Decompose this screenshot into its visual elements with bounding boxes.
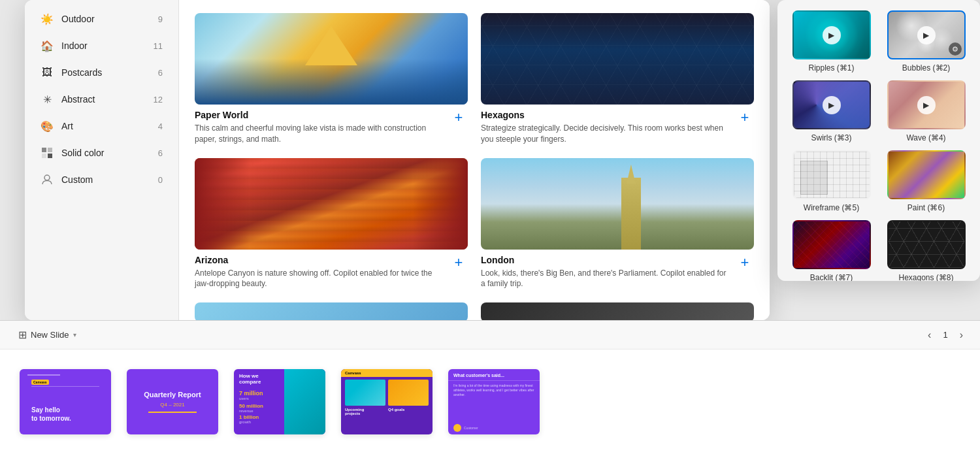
screensaver-item-wireframe[interactable]: Wireframe (⌘5) [788, 150, 875, 212]
wallpaper-title-paper-world: Paper World [195, 110, 444, 120]
sidebar-label-abstract: Abstract [61, 94, 144, 105]
wallpaper-desc-paper-world: This calm and cheerful moving lake vista… [195, 123, 444, 145]
new-slide-chevron-icon: ▾ [73, 331, 76, 338]
wallpaper-desc-london: Look, kids, there's Big Ben, and there's… [481, 268, 730, 290]
art-icon: 🎨 [41, 120, 54, 133]
wallpaper-info-hexagons: Hexagons Strategize strategically. Decid… [481, 110, 754, 145]
slide-thumb-3[interactable]: How wecompare 7 million users 50 million… [234, 369, 325, 434]
wallpaper-image-hexagons[interactable] [481, 13, 754, 105]
add-button-hexagons[interactable]: + [736, 108, 754, 127]
wallpaper-info-paper-world: Paper World This calm and cheerful movin… [195, 110, 468, 145]
indoor-icon: 🏠 [41, 39, 54, 52]
wallpaper-title-london: London [481, 255, 730, 265]
gear-icon-bubbles[interactable]: ⚙ [949, 42, 962, 56]
wallpaper-desc-hexagons: Strategize strategically. Decide decisiv… [481, 123, 730, 145]
sidebar-count-indoor: 11 [152, 41, 163, 51]
play-icon-wave: ▶ [917, 96, 936, 114]
add-button-arizona[interactable]: + [449, 253, 468, 272]
solid-color-icon [41, 146, 54, 159]
slide5-footer: Customer [448, 421, 540, 434]
sidebar-label-indoor: Indoor [61, 41, 144, 51]
sidebar-label-outdoor: Outdoor [61, 14, 144, 24]
play-icon-ripples: ▶ [823, 26, 841, 44]
screensaver-item-bubbles[interactable]: ▶ ⚙ Bubbles (⌘2) [883, 10, 970, 73]
sidebar-count-custom: 0 [152, 175, 163, 185]
sidebar-item-abstract[interactable]: ✳ Abstract 12 [29, 86, 174, 112]
screensaver-item-paint[interactable]: Paint (⌘6) [883, 150, 970, 212]
sidebar-count-abstract: 12 [152, 95, 163, 105]
new-slide-plus-icon: ⊞ [18, 329, 27, 341]
sidebar-item-outdoor[interactable]: ☀️ Outdoor 9 [29, 6, 174, 32]
svg-rect-2 [42, 154, 46, 158]
screensaver-item-hexagons[interactable]: Hexagons (⌘8) [883, 220, 970, 281]
screensaver-thumb-backlit[interactable] [792, 220, 871, 269]
sidebar-item-custom[interactable]: Custom 0 [29, 167, 174, 193]
slide-thumb-2[interactable]: Quarterly Report Q4 – 2021 [127, 369, 218, 434]
slide-thumb-5[interactable]: What customer's said... I'm living a lot… [448, 369, 540, 434]
screensaver-thumb-ripples[interactable]: ▶ [792, 10, 871, 59]
wallpaper-card-london: London Look, kids, there's Big Ben, and … [481, 158, 754, 290]
svg-rect-1 [48, 148, 52, 152]
screensaver-item-wave[interactable]: ▶ Wave (⌘4) [883, 80, 970, 142]
screensaver-item-backlit[interactable]: Backlit (⌘7) [788, 220, 875, 281]
screensaver-thumb-wireframe[interactable] [792, 150, 871, 199]
wallpaper-text-paper-world: Paper World This calm and cheerful movin… [195, 110, 444, 145]
screensaver-label-bubbles: Bubbles (⌘2) [902, 63, 950, 73]
sidebar-item-indoor[interactable]: 🏠 Indoor 11 [29, 33, 174, 59]
wallpaper-image-london[interactable] [481, 158, 754, 250]
wallpaper-text-london: London Look, kids, there's Big Ben, and … [481, 255, 730, 290]
sidebar-label-postcards: Postcards [61, 67, 144, 78]
svg-rect-3 [48, 154, 52, 158]
add-button-paper-world[interactable]: + [449, 108, 468, 127]
wallpaper-image-extra1[interactable] [195, 302, 468, 320]
wallpaper-image-arizona[interactable] [195, 158, 468, 250]
page-next-button[interactable]: › [956, 328, 967, 342]
screensaver-thumb-hexagons[interactable] [887, 220, 966, 269]
sidebar-label-custom: Custom [61, 174, 144, 185]
sidebar-count-outdoor: 9 [152, 14, 163, 24]
screensaver-thumb-bubbles[interactable]: ▶ ⚙ [887, 10, 966, 59]
screensaver-thumb-wave[interactable]: ▶ [887, 80, 966, 129]
screensaver-grid: ▶ Ripples (⌘1) ▶ ⚙ Bubbles (⌘2) ▶ Swirls… [788, 10, 970, 281]
sidebar-item-postcards[interactable]: 🖼 Postcards 6 [29, 59, 174, 86]
wallpaper-desc-arizona: Antelope Canyon is nature showing off. C… [195, 268, 444, 290]
slide2-bar [148, 412, 197, 413]
slide4-brand: Canvass [345, 371, 361, 375]
page-prev-button[interactable]: ‹ [924, 328, 935, 342]
slide4-text1: Upcomingprojects [345, 408, 385, 415]
screensaver-item-ripples[interactable]: ▶ Ripples (⌘1) [788, 10, 875, 73]
slide-thumb-4[interactable]: Canvass Upcomingprojects Q4 goals [341, 369, 433, 434]
wallpaper-image-paper-world[interactable] [195, 13, 468, 105]
screensaver-item-swirls[interactable]: ▶ Swirls (⌘3) [788, 80, 875, 142]
slide-content-1: Canvass Say helloto tomorrow. [26, 376, 105, 428]
new-slide-button[interactable]: ⊞ New Slide ▾ [13, 326, 82, 344]
slide-thumb-1[interactable]: Canvass Say helloto tomorrow. [20, 369, 111, 434]
screensaver-thumb-paint[interactable] [887, 150, 966, 199]
sidebar-item-art[interactable]: 🎨 Art 4 [29, 113, 174, 139]
svg-point-4 [44, 175, 50, 180]
wallpaper-card-extra2 [481, 302, 754, 320]
wallpaper-image-extra2[interactable] [481, 302, 754, 320]
slide5-title: What customer's said... [448, 369, 540, 381]
wallpaper-card-hexagons: Hexagons Strategize strategically. Decid… [481, 13, 754, 145]
wallpaper-title-hexagons: Hexagons [481, 110, 730, 120]
slide4-col2: Q4 goals [388, 380, 429, 428]
screensaver-label-wireframe: Wireframe (⌘5) [804, 203, 859, 212]
wallpaper-card-arizona: Arizona Antelope Canyon is nature showin… [195, 158, 468, 290]
slide4-text2: Q4 goals [388, 408, 429, 412]
slide4-img2 [388, 380, 429, 406]
slide5-quote: I'm living a lot of the time using madne… [448, 381, 540, 400]
screensaver-label-ripples: Ripples (⌘1) [808, 63, 854, 73]
bottom-toolbar-area: ⊞ New Slide ▾ ‹ 1 › Canvass Say helloto … [0, 320, 980, 456]
sidebar-item-solid-color[interactable]: Solid color 6 [29, 140, 174, 166]
slide4-img1 [345, 380, 385, 406]
svg-rect-0 [42, 148, 46, 152]
wallpaper-info-arizona: Arizona Antelope Canyon is nature showin… [195, 255, 468, 290]
screensaver-label-paint: Paint (⌘6) [907, 203, 945, 212]
add-button-london[interactable]: + [736, 253, 754, 272]
screensaver-thumb-swirls[interactable]: ▶ [792, 80, 871, 129]
screensaver-label-hexagons: Hexagons (⌘8) [898, 273, 953, 281]
play-icon-swirls: ▶ [823, 96, 841, 114]
wallpaper-text-hexagons: Hexagons Strategize strategically. Decid… [481, 110, 730, 145]
category-sidebar: ☀️ Outdoor 9 🏠 Indoor 11 🖼 Postcards 6 ✳… [25, 0, 179, 320]
